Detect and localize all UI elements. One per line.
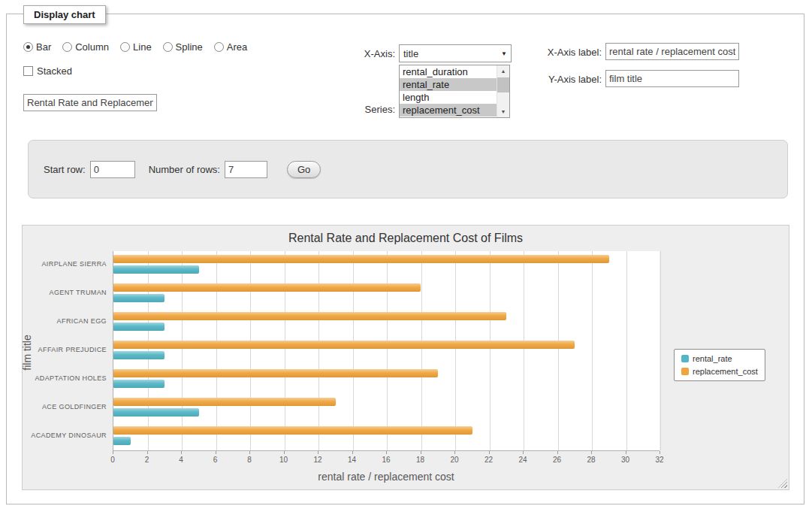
x-tick-label: 22 (484, 456, 493, 464)
x-axis-title: rental rate / replacement cost (113, 471, 660, 483)
radio-icon[interactable] (23, 42, 33, 52)
gridline (490, 251, 491, 450)
radio-icon[interactable] (62, 42, 72, 52)
tick-mark (147, 451, 148, 454)
x-tick-label: 2 (145, 456, 149, 464)
gridline (660, 251, 661, 450)
x-tick-label: 32 (655, 456, 663, 464)
stacked-checkbox[interactable] (23, 66, 33, 76)
chart-type-option-label: Area (227, 41, 247, 53)
x-tick-label: 28 (587, 456, 595, 464)
gridline (318, 251, 319, 450)
bar-rental_rate[interactable] (113, 437, 131, 445)
chart-type-option-bar[interactable]: Bar (23, 41, 51, 53)
series-listbox[interactable]: rental_durationrental_ratelengthreplacem… (399, 65, 510, 118)
tick-mark (284, 451, 285, 454)
chart-title-input[interactable] (23, 94, 157, 111)
bar-replacement_cost[interactable] (113, 312, 506, 320)
gridline (626, 251, 627, 450)
chart-title: Rental Rate and Replacement Cost of Film… (23, 232, 789, 245)
radio-icon[interactable] (120, 42, 130, 52)
x-tick-label: 26 (553, 456, 561, 464)
legend-swatch (681, 355, 689, 362)
tick-mark (626, 451, 626, 454)
tick-mark (181, 451, 182, 454)
chart-type-option-area[interactable]: Area (214, 41, 247, 53)
x-tick-label: 30 (621, 456, 629, 464)
category-label: AGENT TRUMAN (50, 289, 107, 296)
bar-rental_rate[interactable] (113, 265, 199, 274)
category-label: AFRICAN EGG (57, 317, 107, 325)
bar-replacement_cost[interactable] (113, 398, 336, 406)
bar-replacement_cost[interactable] (113, 283, 421, 292)
series-option-rental_duration[interactable]: rental_duration (400, 65, 497, 78)
gridline (592, 251, 593, 450)
go-button[interactable]: Go (287, 161, 321, 178)
tick-mark (249, 451, 250, 454)
radio-icon[interactable] (214, 42, 224, 52)
radio-icon[interactable] (163, 42, 173, 52)
bar-replacement_cost[interactable] (113, 255, 609, 263)
series-option-replacement_cost[interactable]: replacement_cost (400, 104, 497, 117)
bar-replacement_cost[interactable] (113, 341, 575, 349)
chart-type-option-label: Bar (36, 41, 51, 53)
legend-item-rental_rate[interactable]: rental_rate (681, 354, 758, 363)
category-labels: AIRPLANE SIERRAAGENT TRUMANAFRICAN EGGAF… (23, 251, 107, 451)
category-label: AIRPLANE SIERRA (41, 260, 107, 268)
scroll-down-icon[interactable]: ▼ (497, 106, 509, 117)
x-tick-label: 0 (110, 456, 115, 464)
x-axis-label-input[interactable] (605, 43, 739, 60)
number-of-rows-input[interactable] (225, 161, 267, 178)
chart-type-option-spline[interactable]: Spline (163, 41, 203, 53)
bar-replacement_cost[interactable] (113, 369, 438, 377)
x-tick-label: 16 (382, 456, 390, 464)
chart-type-option-label: Line (133, 41, 152, 53)
chart-type-option-line[interactable]: Line (120, 41, 152, 53)
x-tick-label: 12 (313, 456, 321, 464)
tick-mark (454, 451, 455, 454)
x-tick-label: 20 (450, 456, 458, 464)
y-axis-label-input[interactable] (605, 70, 739, 87)
bar-rental_rate[interactable] (113, 380, 165, 388)
x-axis-select[interactable]: title ▼ (399, 44, 512, 62)
legend-item-replacement_cost[interactable]: replacement_cost (681, 367, 758, 376)
category-label: ACADEMY DINOSAUR (31, 432, 107, 439)
bar-rental_rate[interactable] (113, 351, 165, 359)
start-row-label: Start row: (44, 164, 86, 175)
chart-legend: rental_ratereplacement_cost (674, 349, 765, 381)
bar-rental_rate[interactable] (113, 408, 199, 417)
stacked-option[interactable]: Stacked (23, 65, 72, 77)
series-option-length[interactable]: length (400, 91, 497, 104)
x-tick-label: 14 (348, 456, 356, 464)
tick-mark (352, 451, 353, 454)
x-tick-label: 24 (518, 456, 527, 464)
series-listbox-label: Series: (330, 104, 395, 115)
y-axis-label-field-label: Y-Axis label: (500, 74, 602, 85)
resize-handle-icon[interactable] (778, 479, 787, 488)
series-options: rental_durationrental_ratelengthreplacem… (400, 65, 497, 117)
bar-rental_rate[interactable] (113, 294, 165, 302)
gridline (285, 251, 285, 450)
bar-replacement_cost[interactable] (113, 426, 472, 435)
gridline (558, 251, 559, 450)
tick-mark (318, 451, 318, 454)
legend-label: rental_rate (693, 354, 732, 363)
category-label: ACE GOLDFINGER (42, 403, 107, 411)
stacked-label: Stacked (37, 65, 72, 77)
series-option-rental_rate[interactable]: rental_rate (400, 78, 497, 91)
bar-rental_rate[interactable] (113, 323, 165, 331)
gridline (387, 251, 388, 450)
chart-type-radiogroup: BarColumnLineSplineArea (23, 41, 247, 53)
tick-mark (489, 451, 490, 454)
display-chart-panel: Display chart BarColumnLineSplineArea St… (6, 14, 804, 504)
chart-type-option-column[interactable]: Column (62, 41, 109, 53)
start-row-input[interactable] (90, 161, 135, 178)
tick-mark (523, 451, 524, 454)
row-controls-panel: Start row: Number of rows: Go (28, 140, 788, 198)
x-tick-label: 10 (279, 456, 288, 464)
plot-area (113, 251, 660, 451)
number-of-rows-label: Number of rows: (149, 164, 220, 175)
legend-swatch (681, 368, 689, 375)
x-axis-label-field-label: X-Axis label: (500, 47, 602, 58)
tick-mark (113, 451, 113, 454)
